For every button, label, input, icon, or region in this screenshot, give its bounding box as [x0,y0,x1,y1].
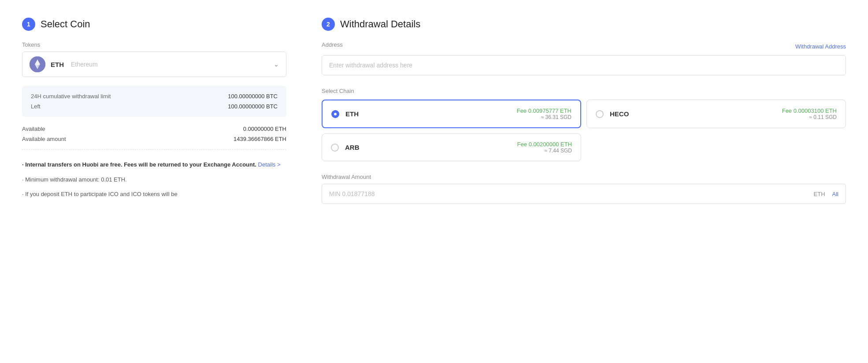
heco-fee-amount: Fee 0.00003100 ETH [782,107,837,114]
address-field: Address Withdrawal Address [322,41,846,75]
left-panel: 1 Select Coin Tokens ETH Ethereum ⌄ 24H … [22,18,286,205]
note-2: · Minimum withdrawal amount: 0.01 ETH. [22,175,286,184]
available-amount-label: Available amount [22,136,66,142]
left-label: Left [31,103,41,110]
tokens-label: Tokens [22,41,286,48]
heco-fee-sgd: ≈ 0.11 SGD [782,114,837,120]
withdrawal-details-title: Withdrawal Details [340,19,420,30]
page-container: 1 Select Coin Tokens ETH Ethereum ⌄ 24H … [0,0,868,222]
available-row: Available 0.00000000 ETH [22,126,286,132]
eth-fee-sgd: ≈ 36.31 SGD [517,114,571,120]
available-amount-row: Available amount 1439.36667866 ETH [22,136,286,142]
available-amount-value: 1439.36667866 ETH [234,136,286,142]
limits-box: 24H cumulative withdrawal limit 100.0000… [22,86,286,117]
address-label: Address [322,41,343,48]
chain-radio-arb [331,144,339,152]
details-link[interactable]: Details > [258,161,281,168]
amount-placeholder: MIN 0.01877188 [329,190,814,197]
chain-name-heco: HECO [610,110,629,118]
token-icon [30,56,45,72]
chevron-down-icon: ⌄ [274,61,279,68]
chain-fee-heco: Fee 0.00003100 ETH ≈ 0.11 SGD [782,107,837,120]
cumulative-value: 100.00000000 BTC [228,93,278,100]
available-section: Available 0.00000000 ETH Available amoun… [22,126,286,150]
select-coin-title: Select Coin [41,19,90,30]
token-symbol: ETH [51,61,64,68]
chain-name-arb: ARB [345,144,360,151]
chain-fee-arb: Fee 0.00200000 ETH ≈ 7.44 SGD [517,141,572,154]
chain-radio-eth [331,110,339,118]
withdrawal-details-header: 2 Withdrawal Details [322,18,846,31]
select-coin-header: 1 Select Coin [22,18,286,31]
arb-fee-sgd: ≈ 7.44 SGD [517,148,572,154]
cumulative-limit-row: 24H cumulative withdrawal limit 100.0000… [31,93,278,100]
chain-fee-eth: Fee 0.00975777 ETH ≈ 36.31 SGD [517,107,571,120]
note-1: · Internal transfers on Huobi are free. … [22,160,286,169]
amount-all-button[interactable]: All [832,191,838,197]
right-panel: 2 Withdrawal Details Address Withdrawal … [322,18,846,205]
step2-badge: 2 [322,18,335,31]
available-label: Available [22,126,45,132]
chain-option-arb[interactable]: ARB Fee 0.00200000 ETH ≈ 7.44 SGD [322,133,581,161]
token-select-dropdown[interactable]: ETH Ethereum ⌄ [22,52,286,77]
left-limit-row: Left 100.00000000 BTC [31,103,278,110]
left-value: 100.00000000 BTC [228,103,278,110]
chain-section: Select Chain ETH Fee 0.00975777 ETH ≈ 36… [322,88,846,161]
notes-section: · Internal transfers on Huobi are free. … [22,160,286,199]
arb-fee-amount: Fee 0.00200000 ETH [517,141,572,148]
amount-label: Withdrawal Amount [322,174,846,180]
withdrawal-address-link[interactable]: Withdrawal Address [795,43,846,50]
amount-currency: ETH [814,191,825,197]
note-3: · If you deposit ETH to participate ICO … [22,190,286,199]
chain-grid: ETH Fee 0.00975777 ETH ≈ 36.31 SGD HECO … [322,100,846,161]
cumulative-label: 24H cumulative withdrawal limit [31,93,111,100]
address-input[interactable] [322,55,846,75]
address-header: Address Withdrawal Address [322,41,846,52]
chain-radio-heco [596,110,604,118]
chain-label: Select Chain [322,88,846,94]
chain-name-eth: ETH [345,110,359,118]
chain-option-heco[interactable]: HECO Fee 0.00003100 ETH ≈ 0.11 SGD [586,100,846,128]
amount-input-wrapper[interactable]: MIN 0.01877188 ETH All [322,184,846,204]
eth-fee-amount: Fee 0.00975777 ETH [517,107,571,114]
token-name: Ethereum [71,61,98,68]
chain-option-eth[interactable]: ETH Fee 0.00975777 ETH ≈ 36.31 SGD [322,100,581,128]
withdrawal-amount-section: Withdrawal Amount MIN 0.01877188 ETH All [322,174,846,204]
available-value: 0.00000000 ETH [243,126,286,132]
step1-badge: 1 [22,18,35,31]
